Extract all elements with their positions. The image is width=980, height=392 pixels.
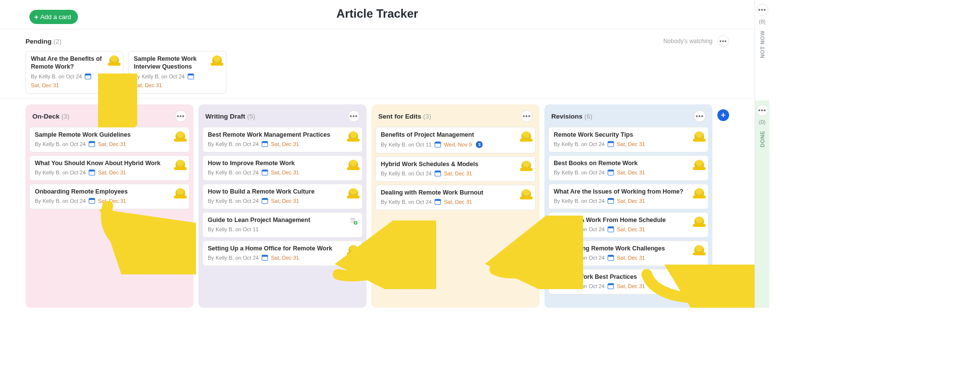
- plus-icon: +: [34, 14, 38, 21]
- rail-done-more-button[interactable]: •••: [757, 104, 768, 116]
- avatar: [694, 245, 704, 255]
- board-card[interactable]: Sample Remote Work Guidelines By Kelly B…: [29, 127, 190, 152]
- board-card[interactable]: Hybrid Work Schedules & Models By Kelly …: [375, 156, 536, 182]
- calendar-icon: [608, 226, 614, 232]
- board-card[interactable]: Setting Up a Home Office for Remote Work…: [202, 241, 363, 266]
- board-card[interactable]: How to Build a Remote Work Culture By Ke…: [202, 184, 363, 209]
- rail-notnow-more-button[interactable]: •••: [757, 4, 768, 16]
- calendar-icon: [608, 141, 614, 147]
- card-due: Sat, Dec 31: [444, 199, 472, 205]
- add-card-label: Add a card: [40, 13, 71, 21]
- card-byline: By Kelly B. on Oct 24: [554, 283, 605, 289]
- column-more-button[interactable]: •••: [521, 110, 533, 122]
- board-card[interactable]: Best Books on Remote Work By Kelly B. on…: [548, 155, 709, 181]
- calendar-icon: [85, 74, 91, 79]
- column-writing: Writing Draft (5) ••• Best Remote Work M…: [198, 104, 367, 308]
- column-more-button[interactable]: •••: [175, 110, 187, 122]
- rail-done-label[interactable]: DONE: [760, 131, 765, 147]
- card-due: Sat, Dec 31: [134, 82, 162, 88]
- card-meta: By Kelly B. on Oct 24 Sat, Dec 31: [208, 255, 357, 261]
- board-card[interactable]: Remote Work Best Practices By Kelly B. o…: [548, 269, 709, 294]
- board-card[interactable]: Onboarding Remote Employees By Kelly B. …: [29, 184, 190, 209]
- column-title: Writing Draft (5): [205, 113, 255, 120]
- calendar-icon: [262, 170, 268, 175]
- card-meta: By Kelly B. on Oct 24 Sat, Dec 31: [35, 170, 184, 175]
- avatar: [348, 131, 358, 141]
- card-byline: By Kelly B. on Oct 24: [554, 255, 605, 261]
- board-card[interactable]: Benefits of Project Management By Kelly …: [375, 127, 536, 153]
- rail-done-count: (0): [759, 119, 765, 125]
- add-column-button[interactable]: +: [717, 109, 729, 121]
- board-title: Article Tracker: [337, 7, 418, 21]
- card-title: Remote Work Security Tips: [554, 131, 703, 138]
- pending-more-button[interactable]: •••: [717, 35, 729, 47]
- card-due: Sat, Dec 31: [617, 283, 645, 289]
- card-meta: By Kelly B. on Oct 24 Sat, Dec 31: [134, 74, 221, 88]
- board-card[interactable]: How to Improve Remote Work By Kelly B. o…: [202, 155, 363, 181]
- card-byline: By Kelly B. on Oct 24: [208, 255, 259, 261]
- card-title: Hybrid Work Schedules & Models: [381, 161, 530, 168]
- card-meta: By Kelly B. on Oct 24 Sat, Dec 31: [35, 141, 184, 147]
- card-due: Sat, Dec 31: [271, 141, 299, 147]
- card-due: Sat, Dec 31: [617, 141, 645, 147]
- card-due: Sat, Dec 31: [617, 170, 645, 175]
- card-meta: By Kelly B. on Oct 24 Sat, Dec 31: [554, 170, 703, 175]
- pending-card[interactable]: Sample Remote Work Interview Questions B…: [128, 51, 226, 94]
- card-byline: By Kelly B. on Oct 24: [35, 141, 86, 147]
- column-count: (3): [61, 113, 70, 120]
- board-card[interactable]: Guide to Lean Project Management By Kell…: [202, 212, 363, 238]
- card-byline: By Kelly B. on Oct 24: [554, 198, 605, 204]
- column-more-button[interactable]: •••: [694, 110, 706, 122]
- avatar: [212, 55, 222, 65]
- card-byline: By Kelly B. on Oct 24: [208, 141, 259, 147]
- calendar-icon: [608, 255, 614, 261]
- pending-count: (2): [53, 38, 62, 45]
- board-card[interactable]: What Are the Issues of Working from Home…: [548, 184, 709, 209]
- column-revisions: Revisions (6) ••• Remote Work Security T…: [544, 104, 712, 308]
- board-card[interactable]: Creating A Work From Home Schedule By Ke…: [548, 212, 709, 238]
- card-meta: By Kelly B. on Oct 24 Sat, Dec 31: [381, 171, 530, 176]
- board-card[interactable]: Overcoming Remote Work Challenges By Kel…: [548, 241, 709, 266]
- calendar-icon: [435, 199, 441, 205]
- calendar-icon: [435, 142, 441, 147]
- card-byline: By Kelly B. on Oct 24: [554, 170, 605, 175]
- card-byline: By Kelly B. on Oct 24: [35, 170, 86, 175]
- card-byline: By Kelly B. on Oct 24: [554, 141, 605, 147]
- assign-add-icon[interactable]: [349, 217, 358, 225]
- avatar: [348, 188, 358, 198]
- avatar: [694, 188, 704, 198]
- column-ondeck: On-Deck (3) ••• Sample Remote Work Guide…: [25, 104, 194, 308]
- avatar: [521, 161, 531, 171]
- card-due: Sat, Dec 31: [271, 170, 299, 175]
- avatar: [175, 160, 185, 170]
- column-count: (3): [423, 113, 432, 120]
- card-due: Sat, Dec 31: [271, 255, 299, 261]
- card-due: Sat, Dec 31: [98, 198, 126, 204]
- board-card[interactable]: What You Should Know About Hybrid Work B…: [29, 155, 190, 181]
- card-meta: By Kelly B. on Oct 24 Sat, Dec 31: [35, 198, 184, 204]
- avatar: [694, 273, 704, 283]
- board-card[interactable]: Best Remote Work Management Practices By…: [202, 127, 363, 152]
- card-title: Remote Work Best Practices: [554, 273, 703, 280]
- card-title: How to Improve Remote Work: [208, 160, 357, 167]
- calendar-icon: [435, 171, 441, 176]
- avatar: [175, 131, 185, 141]
- card-byline: By Kelly B. on Oct 24: [381, 171, 432, 176]
- column-title-text: Writing Draft: [205, 113, 245, 120]
- board-card[interactable]: Dealing with Remote Work Burnout By Kell…: [375, 185, 536, 210]
- card-byline: By Kelly B. on Oct 24: [208, 198, 259, 204]
- card-meta: By Kelly B. on Oct 24 Sat, Dec 31: [208, 198, 357, 204]
- calendar-icon: [89, 198, 95, 204]
- add-card-button[interactable]: + Add a card: [29, 10, 78, 24]
- side-rail: ••• (8) NOT NOW ••• (0) DONE: [755, 0, 769, 308]
- pending-card[interactable]: What Are the Benefits of Remote Work? By…: [25, 51, 123, 94]
- column-more-button[interactable]: •••: [348, 110, 360, 122]
- card-meta: By Kelly B. on Oct 24 Sat, Dec 31: [208, 141, 357, 147]
- card-meta: By Kelly B. on Oct 24 Sat, Dec 31: [554, 283, 703, 289]
- column-count: (6): [585, 113, 593, 120]
- card-due: Sat, Dec 31: [617, 226, 645, 232]
- card-byline: By Kelly B. on Oct 24: [554, 226, 605, 232]
- rail-notnow-label[interactable]: NOT NOW: [760, 30, 765, 58]
- board-card[interactable]: Remote Work Security Tips By Kelly B. on…: [548, 127, 709, 152]
- column-title: Sent for Edits (3): [378, 113, 431, 120]
